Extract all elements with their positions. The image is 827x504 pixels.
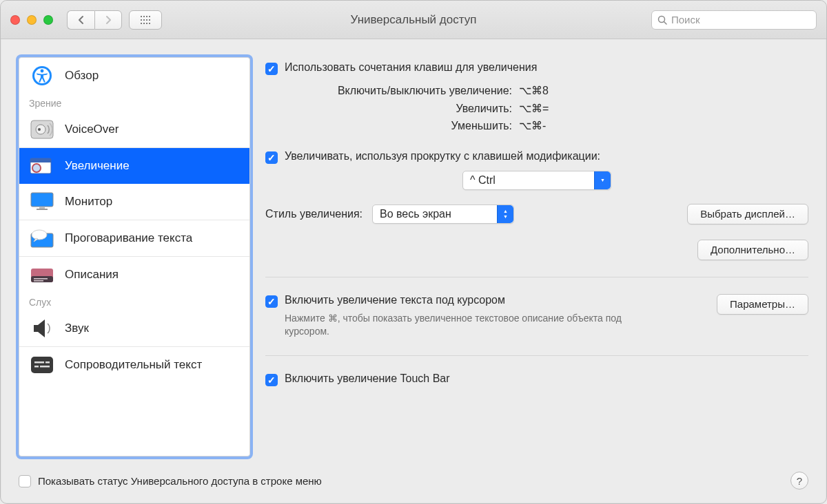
svg-point-11 [149, 23, 150, 24]
close-window-button[interactable] [10, 15, 20, 25]
titlebar: Универсальный доступ [1, 1, 826, 39]
zoom-icon [29, 155, 55, 177]
modifier-key-value: ^ Ctrl [463, 174, 594, 187]
search-icon [657, 15, 667, 25]
chevron-right-icon [105, 15, 112, 25]
touchbar-zoom-checkbox[interactable] [265, 374, 278, 386]
preferences-window: Универсальный доступ Обзор Зрение VoiceO… [0, 0, 827, 504]
sidebar-item-label: Обзор [65, 69, 99, 83]
svg-point-3 [149, 16, 150, 17]
descriptions-icon [29, 264, 55, 286]
grid-icon [140, 15, 151, 25]
divider [265, 277, 808, 277]
sidebar-item-overview[interactable]: Обзор [19, 58, 249, 94]
touchbar-row: Включить увеличение Touch Bar [265, 372, 808, 386]
help-button[interactable]: ? [790, 472, 808, 490]
toggle-zoom-shortcut: ⌥⌘8 [519, 82, 549, 100]
svg-point-6 [146, 19, 147, 21]
sidebar-item-descriptions[interactable]: Описания [19, 257, 249, 293]
use-shortcuts-row: Использовать сочетания клавиш для увелич… [265, 61, 808, 75]
zoom-style-label: Стиль увеличения: [265, 208, 363, 220]
svg-point-5 [143, 19, 145, 21]
speech-icon [29, 227, 55, 249]
shortcuts-list: Включить/выключить увеличение:⌥⌘8 Увелич… [285, 82, 808, 135]
svg-point-28 [32, 230, 47, 240]
chevron-updown-icon: ▲▼ [497, 205, 513, 223]
scroll-modifier-label: Увеличивать, используя прокрутку с клави… [285, 150, 600, 162]
captions-icon [29, 354, 55, 376]
nav-buttons [67, 10, 122, 30]
svg-point-7 [149, 19, 150, 21]
svg-rect-36 [34, 366, 39, 368]
display-icon [29, 191, 55, 213]
svg-rect-37 [40, 366, 50, 368]
touchbar-zoom-label: Включить увеличение Touch Bar [285, 372, 450, 385]
svg-point-16 [41, 70, 44, 73]
sidebar-item-label: Монитор [65, 195, 112, 209]
sidebar-item-zoom[interactable]: Увеличение [19, 148, 249, 184]
sidebar-item-label: Проговаривание текста [65, 231, 192, 245]
settings-panel: Использовать сочетания клавиш для увелич… [265, 57, 808, 461]
zoom-out-label: Уменьшить: [285, 117, 512, 135]
svg-rect-35 [45, 361, 50, 364]
back-button[interactable] [67, 10, 94, 30]
svg-point-1 [143, 16, 145, 17]
zoom-window-button[interactable] [43, 15, 53, 25]
forward-button[interactable] [94, 10, 122, 30]
chevron-left-icon [78, 15, 85, 25]
use-shortcuts-label: Использовать сочетания клавиш для увелич… [285, 61, 537, 74]
accessibility-icon [29, 65, 55, 87]
svg-rect-31 [34, 278, 48, 280]
minimize-window-button[interactable] [27, 15, 37, 25]
svg-point-10 [146, 23, 147, 24]
advanced-button[interactable]: Дополнительно… [697, 240, 808, 260]
sidebar-item-audio[interactable]: Звук [19, 311, 249, 346]
zoom-style-select[interactable]: Во весь экран ▲▼ [372, 204, 514, 224]
speaker-icon [29, 317, 55, 339]
chevron-down-icon: ▼ [594, 171, 611, 189]
hover-text-options-button[interactable]: Параметры… [717, 294, 808, 315]
svg-point-23 [32, 164, 41, 172]
svg-point-4 [141, 19, 142, 21]
divider [265, 355, 808, 356]
content-area: Обзор Зрение VoiceOver Увеличение [1, 39, 826, 472]
scroll-modifier-checkbox[interactable] [265, 151, 278, 164]
voiceover-icon [29, 118, 55, 140]
show-menubar-status-label: Показывать статус Универсального доступа… [38, 475, 322, 487]
zoom-out-shortcut: ⌥⌘- [519, 117, 546, 135]
svg-rect-25 [39, 207, 45, 209]
svg-point-2 [146, 16, 147, 17]
show-all-button[interactable] [129, 10, 162, 30]
svg-rect-34 [34, 361, 44, 364]
use-shortcuts-checkbox[interactable] [265, 63, 278, 75]
zoom-in-shortcut: ⌥⌘= [519, 100, 549, 118]
traffic-lights [10, 15, 53, 25]
svg-rect-26 [37, 209, 48, 210]
sidebar-item-label: Описания [65, 268, 119, 282]
toggle-zoom-label: Включить/выключить увеличение: [285, 82, 512, 100]
svg-rect-33 [31, 357, 53, 373]
choose-display-button[interactable]: Выбрать дисплей… [687, 204, 808, 224]
svg-line-13 [664, 21, 667, 24]
sidebar[interactable]: Обзор Зрение VoiceOver Увеличение [19, 57, 250, 456]
hover-text-checkbox[interactable] [265, 295, 278, 308]
sidebar-item-voiceover[interactable]: VoiceOver [19, 112, 249, 147]
svg-point-0 [141, 16, 142, 17]
svg-point-9 [143, 23, 145, 24]
hover-text-hint: Нажмите ⌘, чтобы показать увеличенное те… [285, 312, 643, 339]
zoom-in-label: Увеличить: [285, 100, 512, 118]
sidebar-item-label: Увеличение [65, 159, 130, 173]
sidebar-item-speech[interactable]: Проговаривание текста [19, 220, 249, 256]
sidebar-item-label: Звук [65, 322, 89, 335]
search-input[interactable] [671, 14, 810, 25]
sidebar-item-captions[interactable]: Сопроводительный текст [19, 347, 249, 383]
show-menubar-status-checkbox[interactable] [19, 475, 31, 487]
sidebar-category-vision: Зрение [19, 94, 249, 112]
modifier-key-select[interactable]: ^ Ctrl ▼ [462, 171, 611, 190]
svg-point-19 [38, 128, 41, 131]
zoom-style-row: Стиль увеличения: Во весь экран ▲▼ Выбра… [265, 204, 808, 224]
zoom-style-value: Во весь экран [373, 208, 497, 220]
search-field[interactable] [651, 10, 817, 30]
sidebar-item-display[interactable]: Монитор [19, 184, 249, 220]
svg-rect-32 [34, 280, 43, 282]
